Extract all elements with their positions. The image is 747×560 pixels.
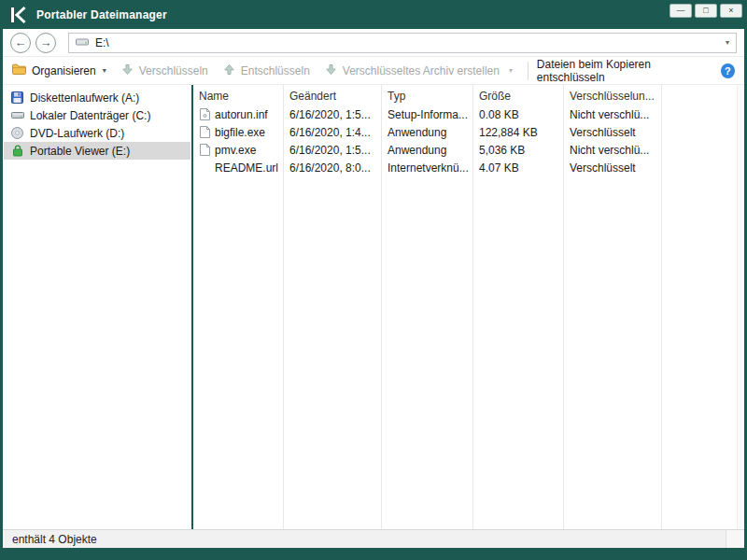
sidebar-item-drive-d[interactable]: DVD-Laufwerk (D:) <box>4 124 190 142</box>
setup-file-icon <box>199 108 210 120</box>
folder-icon <box>12 63 26 77</box>
organize-dropdown-icon: ▾ <box>103 66 106 75</box>
file-list-empty-area <box>662 85 737 529</box>
window-body: ← → E:\ ▾ <box>3 29 744 548</box>
organize-label: Organisieren <box>32 64 96 77</box>
back-button[interactable]: ← <box>10 33 31 53</box>
decrypt-label: Entschlüsseln <box>241 64 310 77</box>
file-name-cell[interactable]: bigfile.exe <box>193 123 283 141</box>
file-encryption-cell[interactable]: Nicht verschlü... <box>564 141 661 159</box>
file-modified-cell[interactable]: 6/16/2020, 1:5... <box>284 141 381 159</box>
close-button[interactable]: × <box>720 4 742 18</box>
decrypt-button[interactable]: Entschlüsseln <box>223 63 310 78</box>
sidebar-item-drive-e[interactable]: Portable Viewer (E:) <box>4 142 190 160</box>
column-header-label: Größe <box>479 90 511 103</box>
file-size-cell[interactable]: 122,884 KB <box>473 123 563 141</box>
hard-drive-icon <box>10 110 24 120</box>
file-name-cell[interactable]: README.url <box>193 159 283 176</box>
back-arrow-icon: ← <box>15 35 27 49</box>
forward-arrow-icon: → <box>40 35 52 49</box>
column-header-label: Verschlüsselun... <box>570 90 655 103</box>
window-title: Portabler Dateimanager <box>36 8 167 21</box>
column-size: Größe 0.08 KB 122,884 KB 5,036 KB 4.07 K… <box>473 85 564 529</box>
file-encryption-cell[interactable]: Nicht verschlü... <box>564 105 661 123</box>
toolbar-right-group: Dateien beim Kopieren entschlüsseln ? <box>528 58 735 84</box>
file-type-cell[interactable]: Internetverknü... <box>382 159 472 176</box>
vertical-scrollbar[interactable] <box>737 85 744 529</box>
file-size-cell[interactable]: 5,036 KB <box>473 141 563 159</box>
file-modified-cell[interactable]: 6/16/2020, 1:5... <box>284 105 381 123</box>
sidebar-item-label: Portable Viewer (E:) <box>30 145 130 158</box>
file-type-cell[interactable]: Anwendung <box>382 123 472 141</box>
file-size-cell[interactable]: 4.07 KB <box>473 159 563 176</box>
file-name-cell[interactable]: pmv.exe <box>193 141 283 159</box>
file-name-label: autorun.inf <box>215 108 268 121</box>
column-header-type[interactable]: Typ <box>382 85 472 105</box>
file-name-label: bigfile.exe <box>215 126 265 139</box>
address-dropdown-icon[interactable]: ▾ <box>726 38 729 47</box>
copy-decrypt-label: Dateien beim Kopieren entschlüsseln <box>537 58 712 84</box>
archive-dropdown-icon[interactable]: ▾ <box>509 66 513 75</box>
column-header-label: Name <box>199 90 229 103</box>
file-icon <box>199 144 210 156</box>
sidebar-item-label: DVD-Laufwerk (D:) <box>30 127 124 140</box>
drive-tree: Diskettenlaufwerk (A:) Lokaler Datenträg… <box>3 85 191 529</box>
column-name: ˆ Name autorun.inf <box>193 85 284 529</box>
column-header-label: Typ <box>388 90 405 103</box>
address-path: E:\ <box>95 36 109 49</box>
drive-icon <box>76 36 89 49</box>
main-area: Diskettenlaufwerk (A:) Lokaler Datenträg… <box>3 85 744 529</box>
file-icon <box>199 126 210 138</box>
file-name-cell[interactable]: autorun.inf <box>193 105 283 123</box>
create-archive-label: Verschlüsseltes Archiv erstellen <box>343 64 500 77</box>
floppy-disk-icon <box>10 91 24 104</box>
encrypt-label: Verschlüsseln <box>139 64 208 77</box>
column-header-size[interactable]: Größe <box>473 85 563 105</box>
file-encryption-cell[interactable]: Verschlüsselt <box>564 159 661 176</box>
file-type-cell[interactable]: Setup-Informa... <box>382 105 472 123</box>
kaspersky-logo-icon <box>9 6 28 24</box>
file-modified-cell[interactable]: 6/16/2020, 8:0... <box>284 159 381 176</box>
column-type: Typ Setup-Informa... Anwendung Anwendung… <box>382 85 473 529</box>
file-list: ˆ Name autorun.inf <box>193 85 744 529</box>
file-encryption-cell[interactable]: Verschlüsselt <box>564 123 661 141</box>
minimize-button[interactable]: — <box>669 4 692 18</box>
navigation-bar: ← → E:\ ▾ <box>3 29 744 57</box>
status-bar: enthält 4 Objekte <box>3 529 744 548</box>
column-encryption: Verschlüsselun... Nicht verschlü... Vers… <box>564 85 662 529</box>
archive-arrow-down-icon <box>325 63 337 78</box>
maximize-button[interactable]: □ <box>695 4 717 18</box>
encrypt-arrow-down-icon <box>121 63 134 78</box>
file-name-label: README.url <box>215 161 278 175</box>
sidebar-item-drive-a[interactable]: Diskettenlaufwerk (A:) <box>4 89 190 106</box>
window: Portabler Dateimanager — □ × ← → <box>0 0 747 560</box>
toolbar: Organisieren ▾ Verschlüsseln Entschlüsse <box>3 57 744 85</box>
encrypt-button[interactable]: Verschlüsseln <box>121 63 208 78</box>
column-header-modified[interactable]: Geändert <box>284 85 381 105</box>
column-modified: Geändert 6/16/2020, 1:5... 6/16/2020, 1:… <box>284 85 382 529</box>
resize-grip[interactable] <box>726 530 744 548</box>
sidebar-item-label: Diskettenlaufwerk (A:) <box>30 91 139 105</box>
green-lock-icon <box>10 145 24 157</box>
sidebar-item-label: Lokaler Datenträger (C:) <box>30 109 150 122</box>
file-size-cell[interactable]: 0.08 KB <box>473 105 563 123</box>
address-bar[interactable]: E:\ ▾ <box>68 33 737 53</box>
dvd-icon <box>10 127 24 139</box>
column-header-label: Geändert <box>289 90 336 103</box>
help-icon[interactable]: ? <box>721 63 735 78</box>
create-encrypted-archive-button[interactable]: Verschlüsseltes Archiv erstellen <box>325 63 500 78</box>
sidebar-item-drive-c[interactable]: Lokaler Datenträger (C:) <box>4 106 190 124</box>
decrypt-arrow-up-icon <box>223 63 235 78</box>
file-type-cell[interactable]: Anwendung <box>382 141 472 159</box>
file-name-label: pmv.exe <box>215 144 256 157</box>
organize-button[interactable]: Organisieren ▾ <box>12 63 106 77</box>
sort-ascending-icon: ˆ <box>236 85 239 93</box>
toolbar-separator <box>528 62 529 80</box>
status-text: enthält 4 Objekte <box>12 533 97 546</box>
titlebar: Portabler Dateimanager — □ × <box>0 0 747 29</box>
file-modified-cell[interactable]: 6/16/2020, 1:4... <box>284 123 381 141</box>
forward-button[interactable]: → <box>35 33 56 53</box>
column-header-name[interactable]: ˆ Name <box>193 85 283 105</box>
window-controls: — □ × <box>669 4 742 18</box>
column-header-encryption[interactable]: Verschlüsselun... <box>564 85 661 105</box>
